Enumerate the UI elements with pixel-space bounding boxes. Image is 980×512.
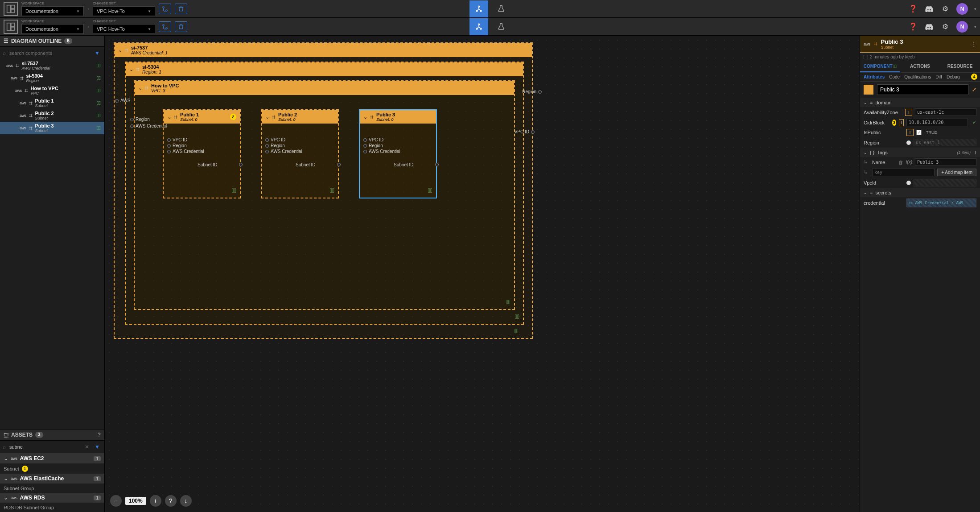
tab-component[interactable]: COMPONENT✓⃝ [860,61,900,72]
zoom-out-button[interactable]: − [110,495,122,507]
workspace-selector-2[interactable]: Documentation ▼ [21,24,84,34]
clear-icon[interactable]: ✕ [83,444,91,450]
asset-item[interactable]: Subnet1 [0,464,104,474]
lab-view-button-2[interactable] [492,18,511,35]
frame-icon: ⌗ [145,84,148,92]
frame-icon: ⌗ [16,62,19,70]
tag-key-input[interactable] [872,169,935,176]
help-icon[interactable]: ? [98,432,101,438]
add-map-item-button[interactable]: + Add map item [937,169,976,176]
changeset-selector-group: CHANGE SET: VPC How-To ▼ [93,1,155,16]
tree-item[interactable]: aws ⌗ si-5304 Region ✓⃝ [0,72,104,84]
az-input[interactable] [915,108,976,116]
tree-item[interactable]: aws ⌗ Public 2 Subnet ✓⃝ [0,109,104,122]
app-logo[interactable] [4,2,18,16]
check-icon: ✓⃝ [330,187,334,194]
tree-item[interactable]: aws ⌗ Public 3 Subnet ✓⃝ [0,122,104,134]
frame-header[interactable]: ⌄ ⌗ How to VPC VPC: 3 [135,81,514,95]
cidr-input[interactable] [906,119,968,126]
subtab-code[interactable]: Code [889,74,900,79]
tag-name-row: ↳ Name 🗑 f(x) [860,157,980,167]
asset-category[interactable]: ⌄ aws AWS RDS 1 [0,493,104,503]
caret-down-icon: ▼ [148,27,151,31]
user-avatar[interactable]: N [956,3,968,15]
subnet-header[interactable]: ⌄ ⌗ Public 2 Subnet: 0 [262,110,338,124]
port-in: VPC ID [167,137,236,143]
merge-button-2[interactable] [159,21,171,32]
caret-down-icon: ▼ [76,9,80,13]
subnet-title: Public 1 [180,112,199,117]
section-secrets[interactable]: ⌄ ≡ secrets [860,188,980,197]
tree-item-sub: Subnet [35,128,95,133]
delete-button-2[interactable] [175,21,187,32]
left-panel: ☰ DIAGRAM OUTLINE 6 ⌕ ▼ aws ⌗ si-7537 AW… [0,36,105,512]
asset-search-input[interactable] [8,442,81,451]
assets-title: ASSETS [11,432,33,438]
checkbox-checked[interactable]: ✓ [916,130,922,135]
subnet-header[interactable]: ⌄ ⌗ Public 1 Subnet: 0 2 [164,110,240,124]
subnet-box[interactable]: ⌄ ⌗ Public 1 Subnet: 0 2 VPC IDRegionAWS… [163,109,241,198]
attr-is-public: IsPublic I ✓ TRUE [860,128,980,137]
subnet-header[interactable]: ⌄ ⌗ Public 3 Subnet: 0 [360,110,436,124]
text-icon: I [905,109,912,116]
app-logo-2[interactable] [4,20,18,34]
canvas[interactable]: ⌄ ⌗ si-7537 AWS Credential: 1 ✓⃝ ⌄ ⌗ [105,36,860,512]
check-icon: ✓⃝ [514,327,519,334]
discord-icon-2[interactable] [924,22,934,32]
zoom-in-button[interactable]: + [150,495,161,507]
filter-icon[interactable]: ▼ [93,444,102,450]
model-view-button-2[interactable] [469,18,488,35]
trash-icon[interactable]: 🗑 [898,160,903,165]
tab-actions[interactable]: ACTIONS [900,61,940,72]
more-icon[interactable]: ⋮ [971,41,976,47]
asset-category[interactable]: ⌄ aws AWS ElastiCache 1 [0,474,104,484]
check-icon: ✓⃝ [428,187,432,194]
changeset-selector[interactable]: VPC How-To ▼ [93,6,155,16]
tree-item[interactable]: aws ⌗ si-7537 AWS Credential ✓⃝ [0,59,104,72]
subnet-box[interactable]: ⌄ ⌗ Public 3 Subnet: 0 VPC IDRegionAWS C… [359,109,437,198]
subtab-debug[interactable]: Debug [947,74,959,79]
frame-header[interactable]: ⌄ ⌗ si-7537 AWS Credential: 1 [115,43,532,57]
model-view-button[interactable] [469,0,488,17]
workspace-selector[interactable]: Documentation ▼ [21,6,84,16]
section-domain[interactable]: ⌄ ≡ domain [860,98,980,107]
tag-name-input[interactable] [915,158,976,166]
section-tags[interactable]: ⌄ { } Tags (1 item) I [860,148,980,157]
changeset-selector-2[interactable]: VPC How-To ▼ [93,24,155,34]
user-avatar-2[interactable]: N [956,21,968,33]
subtab-qualifications[interactable]: Qualifications [904,74,931,79]
subtab-attributes[interactable]: Attributes [864,74,885,79]
check-icon: ✓⃝ [894,64,897,69]
settings-icon[interactable]: ⚙ [940,4,950,14]
lab-view-button[interactable] [492,0,511,17]
port-in: VPC ID [265,137,334,143]
subtab-diff[interactable]: Diff [935,74,942,79]
delete-button[interactable] [175,4,187,14]
merge-button[interactable] [159,4,171,14]
expand-icon[interactable]: ⤢ [972,87,976,93]
tab-resource[interactable]: RESOURCE [940,61,980,72]
tree-item[interactable]: aws ⌗ Public 1 Subnet ✓⃝ [0,97,104,109]
help-icon-2[interactable]: ❓ [908,22,918,32]
outline-search-input[interactable] [8,49,91,58]
asset-item[interactable]: RDS DB Subnet Group [0,503,104,512]
zoom-help-button[interactable]: ? [165,495,177,507]
component-name-input[interactable] [877,84,968,95]
fx-icon[interactable]: f(x) [906,160,912,165]
frame-header[interactable]: ⌄ ⌗ si-5304 Region: 1 [126,62,523,76]
help-icon[interactable]: ❓ [908,4,918,14]
asset-category[interactable]: ⌄ aws AWS EC2 1 [0,454,104,464]
filter-icon[interactable]: ▼ [93,50,102,56]
subnet-box[interactable]: ⌄ ⌗ Public 2 Subnet: 0 VPC IDRegionAWS C… [261,109,339,198]
svg-rect-9 [11,23,15,26]
discord-icon[interactable] [924,4,934,14]
download-button[interactable]: ↓ [180,495,192,507]
frame-icon: ⌗ [25,87,28,95]
asset-item[interactable]: Subnet Group [0,484,104,493]
color-swatch[interactable] [864,85,873,95]
component-meta: 2 minutes ago by keeb [860,53,980,61]
tree-item[interactable]: aws ⌗ How to VPC VPC ✓⃝ [0,84,104,97]
settings-icon-2[interactable]: ⚙ [940,22,950,32]
region-value: us-east-1 [914,139,976,146]
tree-item-sub: AWS Credential [22,66,95,70]
